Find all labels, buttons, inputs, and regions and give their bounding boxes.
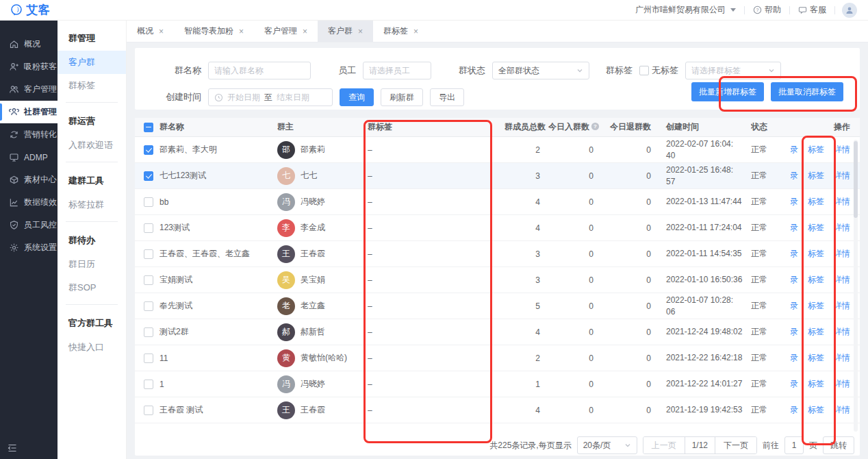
jump-button[interactable]: 跳转 <box>823 436 854 454</box>
row-checkbox[interactable] <box>144 249 153 259</box>
chat-record-link[interactable]: 聊天记录 <box>791 274 798 286</box>
close-icon[interactable]: × <box>358 27 363 36</box>
tag-link[interactable]: 标签 <box>808 144 824 156</box>
submenu-entry[interactable]: 群待办 <box>58 227 126 253</box>
submenu-entry[interactable]: 客户群 <box>58 51 126 74</box>
tab[interactable]: 群标签 × <box>373 21 429 42</box>
detail-link[interactable]: 详情 <box>834 352 850 364</box>
submenu-entry[interactable]: 群管理 <box>58 25 126 51</box>
tag-link[interactable]: 标签 <box>808 196 824 208</box>
row-checkbox[interactable] <box>144 145 153 155</box>
sidebar-item[interactable]: 社群管理 <box>0 101 58 123</box>
sidebar-item[interactable]: 系统设置 <box>0 236 58 259</box>
row-checkbox[interactable] <box>144 301 153 311</box>
close-icon[interactable]: × <box>159 27 164 36</box>
submenu-entry[interactable]: 群日历 <box>58 253 126 276</box>
customer-service-button[interactable]: 客服 <box>790 4 834 16</box>
detail-link[interactable]: 详情 <box>834 222 850 234</box>
table-scrollbar[interactable] <box>854 140 858 432</box>
chat-record-link[interactable]: 聊天记录 <box>791 222 798 234</box>
date-range-picker[interactable]: 开始日期 至 结束日期 <box>208 88 333 106</box>
detail-link[interactable]: 详情 <box>834 378 850 390</box>
submenu-entry[interactable]: 快捷入口 <box>58 336 126 359</box>
row-checkbox[interactable] <box>144 275 153 285</box>
select-all-checkbox[interactable] <box>144 123 153 132</box>
page-number-input[interactable] <box>784 436 804 454</box>
chat-record-link[interactable]: 聊天记录 <box>791 196 798 208</box>
close-icon[interactable]: × <box>239 27 244 36</box>
chat-record-link[interactable]: 聊天记录 <box>791 170 798 182</box>
tag-link[interactable]: 标签 <box>808 222 824 234</box>
tab[interactable]: 概况 × <box>127 21 174 42</box>
submenu-entry[interactable]: 入群欢迎语 <box>58 134 126 157</box>
sidebar-item[interactable]: 素材中心 <box>0 169 58 191</box>
row-checkbox[interactable] <box>144 406 153 415</box>
search-button[interactable]: 查询 <box>340 88 374 106</box>
group-status-select[interactable]: 全部群状态 <box>492 62 589 79</box>
batch-add-tags-button[interactable]: 批量新增群标签 <box>691 82 764 101</box>
detail-link[interactable]: 详情 <box>834 170 850 182</box>
no-tag-checkbox[interactable] <box>639 66 649 75</box>
tab[interactable]: 客户群 × <box>318 21 373 42</box>
tab[interactable]: 智能导表加粉 × <box>174 21 254 42</box>
tag-link[interactable]: 标签 <box>808 300 824 312</box>
sidebar-item[interactable]: 营销转化 <box>0 123 58 146</box>
row-checkbox[interactable] <box>144 380 153 389</box>
detail-link[interactable]: 详情 <box>834 300 850 312</box>
refresh-groups-button[interactable]: 刷新群 <box>381 88 423 106</box>
detail-link[interactable]: 详情 <box>834 404 850 416</box>
tag-link[interactable]: 标签 <box>808 248 824 260</box>
chat-record-link[interactable]: 聊天记录 <box>791 404 798 416</box>
sidebar-item[interactable]: 客户管理 <box>0 78 58 101</box>
chat-record-link[interactable]: 聊天记录 <box>791 352 798 364</box>
detail-link[interactable]: 详情 <box>834 248 850 260</box>
next-page-button[interactable]: 下一页 <box>715 437 756 454</box>
submenu-entry[interactable]: 标签拉群 <box>58 193 126 216</box>
question-icon[interactable]: ? <box>591 122 600 131</box>
close-icon[interactable]: × <box>413 27 418 36</box>
detail-link[interactable]: 详情 <box>834 274 850 286</box>
tag-link[interactable]: 标签 <box>808 352 824 364</box>
row-checkbox[interactable] <box>144 171 153 181</box>
submenu-entry[interactable] <box>66 102 118 103</box>
row-checkbox[interactable] <box>144 223 153 233</box>
chat-record-link[interactable]: 聊天记录 <box>791 300 798 312</box>
submenu-entry[interactable]: 官方群工具 <box>58 310 126 336</box>
help-button[interactable]: ? 帮助 <box>745 4 789 16</box>
sidebar-item[interactable]: ADMP <box>0 146 58 169</box>
batch-cancel-tags-button[interactable]: 批量取消群标签 <box>771 82 843 101</box>
submenu-entry[interactable]: 群SOP <box>58 276 126 299</box>
submenu-entry[interactable]: 群运营 <box>58 108 126 134</box>
company-switcher[interactable]: 广州市喵鲜贸易有限公司 <box>627 4 744 16</box>
row-checkbox[interactable] <box>144 353 153 363</box>
tag-link[interactable]: 标签 <box>808 378 824 390</box>
group-name-input[interactable] <box>208 62 311 79</box>
submenu-entry[interactable]: 建群工具 <box>58 167 126 193</box>
staff-input[interactable] <box>363 62 431 79</box>
tag-link[interactable]: 标签 <box>808 274 824 286</box>
chat-record-link[interactable]: 聊天记录 <box>791 144 798 156</box>
sidebar-item[interactable]: 概况 <box>0 33 58 55</box>
collapse-sidebar-button[interactable] <box>7 443 18 454</box>
submenu-entry[interactable] <box>66 162 118 162</box>
sidebar-item[interactable]: 数据绩效 <box>0 191 58 214</box>
tab[interactable]: 客户管理 × <box>254 21 318 42</box>
detail-link[interactable]: 详情 <box>834 144 850 156</box>
scrollbar-thumb[interactable] <box>854 141 858 218</box>
chat-record-link[interactable]: 聊天记录 <box>791 248 798 260</box>
submenu-entry[interactable]: 群标签 <box>58 74 126 97</box>
sidebar-item[interactable]: 吸粉获客 <box>0 55 58 78</box>
tag-link[interactable]: 标签 <box>808 404 824 416</box>
tag-link[interactable]: 标签 <box>808 170 824 182</box>
prev-page-button[interactable]: 上一页 <box>643 437 685 454</box>
group-tag-select[interactable]: 请选择群标签 <box>685 62 781 79</box>
sidebar-item[interactable]: 员工风控 <box>0 214 58 236</box>
submenu-entry[interactable] <box>66 304 118 305</box>
export-button[interactable]: 导出 <box>430 88 464 106</box>
row-checkbox[interactable] <box>144 197 153 207</box>
page-size-select[interactable]: 20条/页 <box>577 436 637 454</box>
chat-record-link[interactable]: 聊天记录 <box>791 326 798 338</box>
submenu-entry[interactable] <box>66 221 118 222</box>
row-checkbox[interactable] <box>144 327 153 337</box>
detail-link[interactable]: 详情 <box>834 326 850 338</box>
